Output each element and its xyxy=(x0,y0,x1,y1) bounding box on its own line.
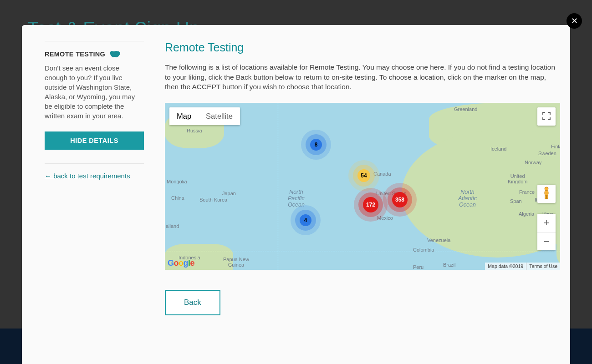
main-title: Remote Testing xyxy=(165,41,560,54)
map-attribution: Map data ©2019 Terms of Use xyxy=(485,263,560,270)
map-marker-172[interactable]: 172 xyxy=(363,197,378,212)
fullscreen-button[interactable] xyxy=(537,107,556,126)
label-skorea: South Korea xyxy=(199,197,227,202)
remote-testing-modal: REMOTE TESTING Don't see an event close … xyxy=(22,25,570,364)
map-data-attribution: Map data ©2019 xyxy=(485,263,526,270)
map-marker-4[interactable]: 4 xyxy=(300,214,311,226)
label-spain: Span xyxy=(510,198,522,204)
main-content: Remote Testing The following is a list o… xyxy=(165,41,560,315)
marker-count: 172 xyxy=(366,202,375,208)
sidebar: REMOTE TESTING Don't see an event close … xyxy=(45,41,144,315)
map-type-map-button[interactable]: Map xyxy=(169,107,199,125)
label-algeria: Algeria xyxy=(519,211,534,217)
close-modal-button[interactable]: ✕ xyxy=(566,13,582,29)
zoom-out-button[interactable]: − xyxy=(537,232,556,250)
label-sweden: Sweden xyxy=(538,151,556,156)
usa-map-icon xyxy=(110,51,121,58)
label-france: France xyxy=(519,189,535,195)
marker-count: 54 xyxy=(361,172,367,179)
terms-of-use-link[interactable]: Terms of Use xyxy=(526,263,560,270)
label-greenland: Greenland xyxy=(454,106,477,112)
map-marker-8[interactable]: 8 xyxy=(310,139,322,151)
svg-rect-3 xyxy=(547,195,548,199)
label-mongolia: Mongolia xyxy=(167,179,187,184)
label-norway: Norway xyxy=(525,160,541,165)
marker-count: 358 xyxy=(395,197,404,203)
marker-count: 8 xyxy=(315,142,318,148)
sidebar-description: Don't see an event close enough to you? … xyxy=(45,63,144,121)
svg-rect-2 xyxy=(545,195,546,199)
close-icon: ✕ xyxy=(571,16,578,26)
minus-icon: − xyxy=(544,236,550,248)
google-logo: Google xyxy=(168,258,194,268)
map[interactable]: Greenland Iceland Canada United States M… xyxy=(165,103,560,270)
label-china: China xyxy=(171,195,184,201)
label-finland: Finland xyxy=(551,144,560,149)
map-type-satellite-button[interactable]: Satellite xyxy=(199,107,240,125)
streetview-pegman[interactable] xyxy=(537,185,556,203)
back-to-requirements-link[interactable]: ← back to test requirements xyxy=(45,172,130,180)
label-japan: Japan xyxy=(222,191,236,196)
label-peru: Peru xyxy=(413,264,424,270)
zoom-control: + − xyxy=(537,214,556,250)
back-button[interactable]: Back xyxy=(165,290,220,315)
label-venezuela: Venezuela xyxy=(427,238,450,243)
hide-details-button[interactable]: HIDE DETAILS xyxy=(45,131,144,150)
zoom-in-button[interactable]: + xyxy=(537,214,556,232)
label-iceland: Iceland xyxy=(490,146,506,152)
divider xyxy=(45,41,144,41)
label-russia: Russia xyxy=(187,128,202,133)
main-description: The following is a list of locations ava… xyxy=(165,62,560,92)
pegman-icon xyxy=(542,187,551,201)
label-brazil: Brazil xyxy=(443,262,456,268)
map-marker-54[interactable]: 54 xyxy=(357,169,370,182)
plus-icon: + xyxy=(544,217,550,229)
sidebar-title: REMOTE TESTING xyxy=(45,51,105,58)
label-png: Papua New Guinea xyxy=(223,257,249,268)
svg-rect-1 xyxy=(545,191,548,195)
label-colombia: Colombia xyxy=(413,247,434,253)
map-marker-358[interactable]: 358 xyxy=(392,192,408,207)
map-type-control: Map Satellite xyxy=(169,107,240,125)
label-north-atlantic: North Atlantic Ocean xyxy=(458,189,477,208)
fullscreen-icon xyxy=(542,112,551,121)
marker-count: 4 xyxy=(304,217,307,223)
label-thailand: ailand xyxy=(166,223,179,229)
svg-point-0 xyxy=(545,187,548,191)
label-uk: United Kingdom xyxy=(508,173,527,184)
divider xyxy=(45,163,144,164)
